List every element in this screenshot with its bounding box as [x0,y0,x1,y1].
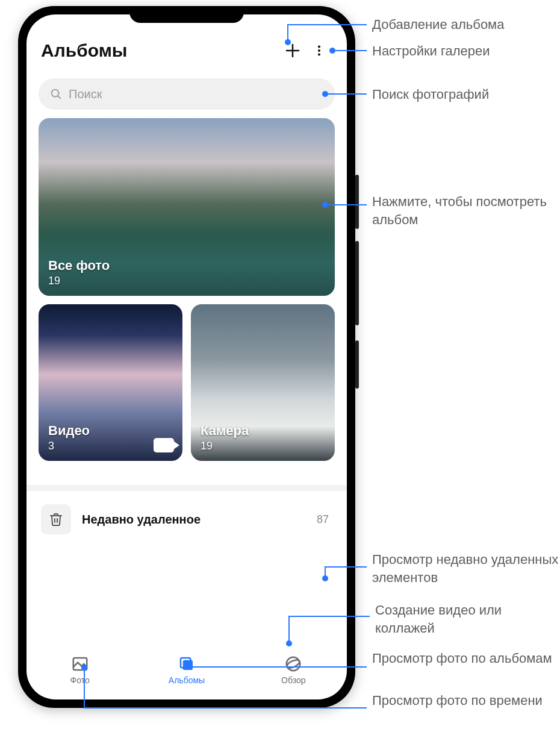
svg-line-6 [58,96,60,98]
recently-deleted-row[interactable]: Недавно удаленное 87 [39,491,335,548]
albums-nav-icon [178,655,196,673]
album-label: Видео 3 [48,423,90,452]
discover-nav-icon [284,655,302,673]
album-all-photos[interactable]: Все фото 19 [39,118,335,296]
album-video[interactable]: Видео 3 [39,304,182,461]
callout-settings: Настройки галереи [372,42,490,60]
section-divider [26,485,347,491]
add-album-button[interactable] [279,37,306,64]
bottom-nav: Фото Альбомы Обзор [26,648,347,699]
more-vertical-icon [313,43,326,58]
albums-content: Все фото 19 Видео 3 Камера 19 [26,118,347,648]
trash-icon-box [41,504,71,534]
nav-photos[interactable]: Фото [26,648,133,692]
svg-point-3 [318,49,320,52]
svg-point-4 [318,53,320,55]
album-name: Камера [201,423,249,439]
album-count: 3 [48,440,90,452]
callout-search: Поиск фотографий [372,86,489,104]
nav-discover[interactable]: Обзор [240,648,347,692]
page-title: Альбомы [41,40,279,61]
album-camera[interactable]: Камера 19 [191,304,335,461]
nav-label: Альбомы [169,675,205,685]
album-count: 19 [48,275,110,287]
album-name: Все фото [48,258,110,274]
callout-by-albums: Просмотр фото по альбомам [372,649,552,668]
nav-label: Фото [70,675,90,685]
album-name: Видео [48,423,90,439]
callout-add-album: Добавление альбома [372,16,504,34]
callout-by-time: Просмотр фото по времени [372,692,543,710]
callout-open-album: Нажмите, чтобы посмотреть альбом [372,193,559,228]
recently-deleted-count: 87 [317,513,332,526]
trash-icon [49,512,63,527]
plus-icon [284,42,302,60]
search-input[interactable] [69,87,324,101]
photo-nav-icon [71,655,89,673]
album-label: Все фото 19 [48,258,110,287]
search-bar[interactable] [39,78,335,110]
phone-side-button [355,340,359,389]
phone-side-button [355,241,359,325]
screen: Альбомы Все фото 19 Видео [26,14,347,699]
search-icon [49,87,63,101]
header: Альбомы [26,14,347,70]
phone-frame: Альбомы Все фото 19 Видео [18,6,355,708]
album-label: Камера 19 [201,423,249,452]
video-icon [154,438,174,452]
callout-recent-del: Просмотр недавно удаленных элементов [372,551,559,586]
nav-label: Обзор [281,675,305,685]
album-count: 19 [201,440,249,452]
nav-albums[interactable]: Альбомы [133,648,240,692]
svg-point-2 [318,46,320,48]
svg-rect-8 [183,660,193,670]
phone-side-button [355,175,359,229]
callout-discover: Создание видео или коллажей [375,601,560,637]
recently-deleted-label: Недавно удаленное [82,513,306,527]
gallery-settings-button[interactable] [306,37,332,64]
